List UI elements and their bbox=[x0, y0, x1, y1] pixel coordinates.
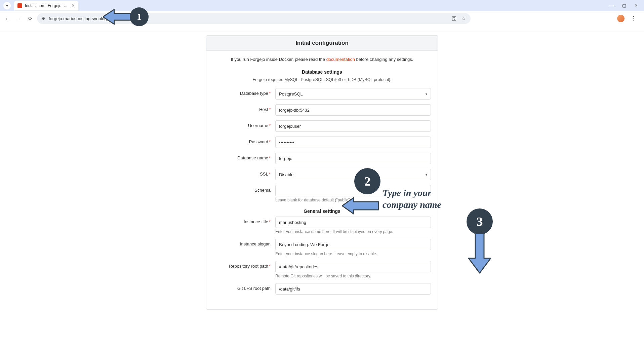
db-schema-input[interactable] bbox=[275, 185, 431, 196]
url-text: forgejo.mariushosting.synology.me bbox=[49, 16, 116, 21]
general-section-title: General settings bbox=[213, 208, 431, 214]
repo-root-help: Remote Git repositories will be saved to… bbox=[275, 274, 431, 278]
page-title: Initial configuration bbox=[212, 40, 432, 46]
lfs-root-input[interactable] bbox=[275, 283, 431, 295]
db-schema-label: Schema bbox=[254, 188, 271, 193]
db-name-input[interactable] bbox=[275, 153, 431, 164]
repo-root-input[interactable] bbox=[275, 261, 431, 272]
db-user-input[interactable] bbox=[275, 120, 431, 132]
browser-toolbar: ← → ⟳ ⚙ forgejo.mariushosting.synology.m… bbox=[0, 11, 644, 26]
required-indicator: * bbox=[269, 171, 271, 177]
tab-title: Installation - Forgejo: Beyond c bbox=[25, 3, 69, 8]
db-section-title: Database settings bbox=[213, 69, 431, 75]
lfs-root-label: Git LFS root path bbox=[237, 286, 271, 291]
db-type-select[interactable]: PostgreSQL ▾ bbox=[275, 88, 431, 100]
site-info-icon[interactable]: ⚙ bbox=[42, 16, 45, 21]
password-key-icon[interactable]: ⚿ bbox=[452, 15, 457, 22]
required-indicator: * bbox=[269, 139, 271, 144]
db-host-input[interactable] bbox=[275, 104, 431, 116]
forward-button[interactable]: → bbox=[14, 14, 24, 23]
forgejo-favicon-icon bbox=[17, 3, 22, 8]
config-panel: Initial configuration If you run Forgejo… bbox=[206, 35, 438, 310]
db-schema-help: Leave blank for database default ("publi… bbox=[275, 198, 431, 202]
db-name-label: Database name bbox=[237, 155, 268, 160]
chevron-down-icon: ▾ bbox=[6, 3, 8, 8]
browser-tabstrip: ▾ Installation - Forgejo: Beyond c ✕ — ▢… bbox=[0, 0, 644, 11]
intro-text: If you run Forgejo inside Docker, please… bbox=[213, 57, 431, 62]
db-ssl-select[interactable]: Disable ▾ bbox=[275, 169, 431, 180]
db-host-label: Host bbox=[259, 107, 268, 112]
instance-slogan-help: Enter your instance slogan here. Leave e… bbox=[275, 252, 431, 256]
db-pass-input[interactable] bbox=[275, 137, 431, 148]
profile-avatar[interactable] bbox=[617, 15, 625, 22]
intro-post: before changing any settings. bbox=[355, 57, 413, 62]
repo-root-label: Repository root path bbox=[229, 264, 268, 269]
db-type-label: Database type bbox=[240, 91, 268, 96]
address-bar[interactable]: ⚙ forgejo.mariushosting.synology.me ⚿ ☆ bbox=[37, 13, 471, 24]
required-indicator: * bbox=[269, 107, 271, 112]
documentation-link[interactable]: documentation bbox=[326, 57, 355, 62]
caret-down-icon: ▾ bbox=[426, 173, 427, 177]
intro-pre: If you run Forgejo inside Docker, please… bbox=[231, 57, 326, 62]
required-indicator: * bbox=[269, 219, 271, 224]
page-viewport[interactable]: Initial configuration If you run Forgejo… bbox=[0, 32, 644, 346]
window-controls: — ▢ ✕ bbox=[604, 3, 644, 8]
bookmark-star-icon[interactable]: ☆ bbox=[461, 15, 466, 22]
panel-header: Initial configuration bbox=[206, 36, 438, 51]
instance-title-help: Enter your instance name here. It will b… bbox=[275, 229, 431, 234]
maximize-icon[interactable]: ▢ bbox=[622, 3, 626, 8]
required-indicator: * bbox=[269, 91, 271, 96]
instance-slogan-label: Instance slogan bbox=[240, 241, 271, 246]
db-type-value: PostgreSQL bbox=[279, 91, 303, 97]
close-icon[interactable]: ✕ bbox=[71, 3, 75, 8]
required-indicator: * bbox=[269, 123, 271, 128]
instance-slogan-input[interactable] bbox=[275, 239, 431, 250]
db-pass-label: Password bbox=[249, 139, 268, 144]
reload-button[interactable]: ⟳ bbox=[26, 14, 35, 23]
db-section-sub: Forgejo requires MySQL, PostgreSQL, SQLi… bbox=[213, 77, 431, 82]
close-window-icon[interactable]: ✕ bbox=[634, 3, 638, 8]
db-ssl-label: SSL bbox=[260, 171, 268, 177]
tab-search-button[interactable]: ▾ bbox=[3, 2, 11, 9]
caret-down-icon: ▾ bbox=[426, 92, 427, 96]
required-indicator: * bbox=[269, 264, 271, 269]
kebab-menu-icon[interactable]: ⋮ bbox=[631, 15, 637, 22]
instance-title-label: Instance title bbox=[244, 219, 268, 224]
minimize-icon[interactable]: — bbox=[610, 3, 614, 8]
db-ssl-value: Disable bbox=[279, 172, 293, 177]
db-user-label: Username bbox=[248, 123, 268, 128]
required-indicator: * bbox=[269, 155, 271, 160]
browser-tab[interactable]: Installation - Forgejo: Beyond c ✕ bbox=[14, 1, 78, 10]
back-button[interactable]: ← bbox=[3, 14, 12, 23]
instance-title-input[interactable] bbox=[275, 217, 431, 228]
